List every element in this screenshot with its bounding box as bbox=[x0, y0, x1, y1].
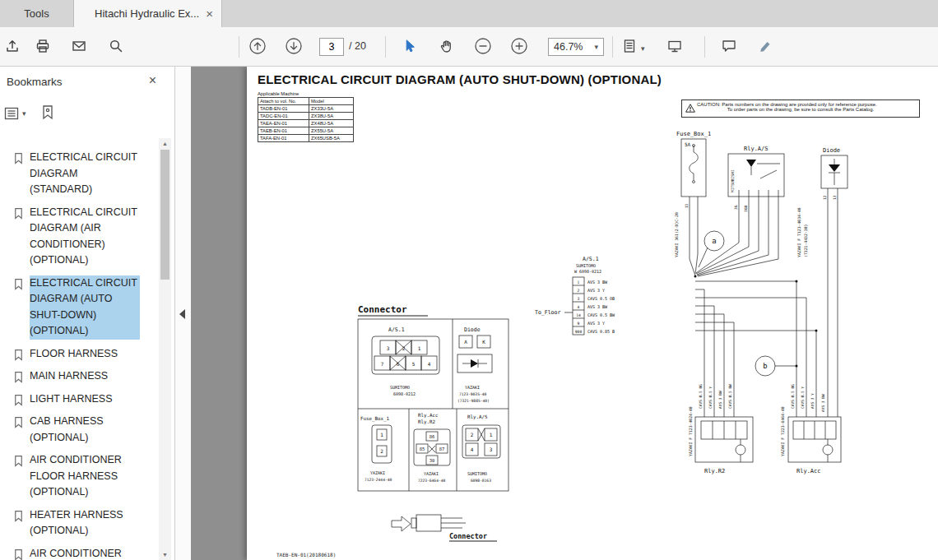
svg-text:2: 2 bbox=[471, 432, 474, 437]
bookmark-icon bbox=[13, 416, 24, 428]
bookmark-icon bbox=[13, 510, 24, 522]
svg-text:CAVS 0.5 Y: CAVS 0.5 Y bbox=[801, 386, 805, 409]
svg-text:To_Floor: To_Floor bbox=[535, 309, 560, 316]
bookmark-icon bbox=[13, 207, 24, 220]
svg-text:30: 30 bbox=[430, 458, 435, 463]
svg-text:SUMITOMO: SUMITOMO bbox=[467, 471, 487, 476]
zoom-out-button[interactable] bbox=[471, 35, 495, 58]
bookmark-icon bbox=[13, 371, 24, 383]
bookmark-options-icon bbox=[3, 105, 20, 122]
bookmark-item[interactable]: CAB HARNESS (OPTIONAL) bbox=[12, 410, 156, 449]
page-up-icon bbox=[248, 37, 267, 55]
svg-text:4: 4 bbox=[471, 447, 474, 452]
zoom-in-button[interactable] bbox=[508, 35, 531, 58]
comment-button[interactable] bbox=[717, 35, 741, 58]
svg-text:CAVS 0.5 BW: CAVS 0.5 BW bbox=[587, 312, 615, 317]
bookmarks-panel-title: Bookmarks bbox=[7, 76, 63, 88]
bookmarks-list: ELECTRICAL CIRCUIT DIAGRAM (STANDARD) EL… bbox=[0, 146, 156, 560]
bookmark-item[interactable]: ELECTRICAL CIRCUIT DIAGRAM (STANDARD) bbox=[12, 146, 156, 201]
bookmark-item[interactable]: MAIN HARNESS bbox=[12, 365, 156, 388]
printer-icon bbox=[35, 38, 51, 54]
svg-text:9: 9 bbox=[578, 322, 580, 326]
highlight-pen-button[interactable] bbox=[754, 35, 777, 58]
bookmark-label: AIR CONDITIONER FLOOR HARNESS (OPTIONAL) bbox=[30, 452, 140, 501]
svg-text:Diode: Diode bbox=[823, 147, 840, 154]
toolbar-separator bbox=[239, 36, 239, 58]
tab-document[interactable]: Hitachi Hydraulic Ex... × bbox=[74, 0, 222, 27]
bookmark-label: AIR CONDITIONER bbox=[30, 546, 140, 560]
chevron-down-icon: ▾ bbox=[22, 109, 26, 118]
svg-text:5: 5 bbox=[412, 361, 416, 367]
select-tool-button[interactable] bbox=[397, 35, 420, 58]
page-fit-button[interactable] bbox=[618, 35, 641, 58]
svg-text:Rly.A/S: Rly.A/S bbox=[467, 414, 488, 420]
bookmark-icon bbox=[13, 349, 24, 361]
svg-text:YAZAKI: YAZAKI bbox=[465, 385, 480, 390]
find-button[interactable] bbox=[104, 35, 128, 58]
bookmark-label: ELECTRICAL CIRCUIT DIAGRAM (STANDARD) bbox=[30, 150, 140, 198]
bookmark-icon bbox=[13, 152, 24, 164]
search-icon bbox=[108, 38, 124, 54]
svg-text:YAZAKI F 7123-4034-40: YAZAKI F 7123-4034-40 bbox=[797, 207, 801, 257]
hand-tool-button[interactable] bbox=[435, 35, 458, 58]
bookmark-item[interactable]: FLOOR HARNESS bbox=[12, 343, 156, 366]
bookmark-label: CAB HARNESS (OPTIONAL) bbox=[30, 414, 140, 446]
email-button[interactable] bbox=[67, 35, 91, 58]
bookmark-item[interactable]: LIGHT HARNESS bbox=[12, 388, 156, 411]
close-icon[interactable]: × bbox=[149, 73, 156, 88]
tab-tools[interactable]: Tools bbox=[0, 0, 74, 27]
bookmark-item[interactable]: HEATER HARNESS (OPTIONAL) bbox=[12, 504, 156, 543]
zoom-level-dropdown[interactable]: 46.7% ▾ bbox=[548, 38, 604, 56]
svg-text:a: a bbox=[712, 237, 716, 245]
svg-text:1: 1 bbox=[380, 432, 383, 437]
svg-text:Diode: Diode bbox=[464, 326, 481, 333]
svg-text:CAVS 0.5 BG: CAVS 0.5 BG bbox=[791, 384, 795, 409]
svg-text:Rly.R2: Rly.R2 bbox=[704, 468, 725, 474]
svg-text:2: 2 bbox=[578, 289, 580, 293]
next-page-button[interactable] bbox=[282, 35, 305, 58]
share-button[interactable] bbox=[1, 35, 24, 58]
page-number-input[interactable] bbox=[319, 38, 344, 56]
scroll-up-icon[interactable]: ▲ bbox=[159, 141, 171, 146]
scrollbar-thumb[interactable] bbox=[160, 150, 169, 280]
svg-text:6: 6 bbox=[397, 361, 400, 367]
svg-text:4: 4 bbox=[578, 305, 580, 309]
svg-text:3: 3 bbox=[387, 345, 390, 351]
reading-mode-button[interactable] bbox=[663, 35, 686, 58]
bookmark-item[interactable]: AIR CONDITIONER FLOOR HARNESS (OPTIONAL) bbox=[12, 449, 156, 504]
document-viewport[interactable]: ELECTRICAL CIRCUIT DIAGRAM (AUTO SHUT-DO… bbox=[191, 67, 938, 560]
svg-text:Rly.A/S: Rly.A/S bbox=[744, 146, 769, 152]
bookmark-label: ELECTRICAL CIRCUIT DIAGRAM (AIR CONDITIO… bbox=[30, 205, 140, 269]
svg-text:6098-0212: 6098-0212 bbox=[393, 391, 416, 396]
bookmark-options-button[interactable]: ▾ bbox=[3, 105, 26, 122]
close-icon[interactable]: × bbox=[206, 0, 213, 27]
svg-text:A: A bbox=[464, 339, 467, 345]
svg-text:7123-9035-40: 7123-9035-40 bbox=[459, 392, 486, 396]
go-to-bookmark-button[interactable] bbox=[39, 104, 56, 122]
svg-text:K: K bbox=[482, 339, 485, 345]
envelope-icon bbox=[71, 38, 87, 54]
scroll-down-icon[interactable]: ▼ bbox=[159, 552, 171, 558]
svg-text:MITSUBISHI: MITSUBISHI bbox=[731, 169, 735, 192]
bookmark-item[interactable]: AIR CONDITIONER bbox=[12, 543, 156, 560]
print-button[interactable] bbox=[31, 35, 54, 58]
svg-text:Rly.R2: Rly.R2 bbox=[418, 419, 435, 425]
svg-text:4: 4 bbox=[428, 361, 431, 367]
circuit-diagram: Fuse_Box_1 5A Rly.A/S MITSUBISHI Diode a… bbox=[247, 67, 938, 560]
collapse-panel-icon[interactable] bbox=[179, 309, 185, 319]
chevron-down-icon[interactable]: ▾ bbox=[641, 44, 645, 53]
svg-text:YAZAKI: YAZAKI bbox=[424, 471, 439, 476]
svg-text:5A: 5A bbox=[685, 141, 691, 147]
svg-text:900: 900 bbox=[575, 330, 583, 334]
drawing-number: TAEB-EN-01(20180618) bbox=[276, 552, 336, 558]
bookmark-item-selected[interactable]: ELECTRICAL CIRCUIT DIAGRAM (AUTO SHUT-DO… bbox=[12, 272, 156, 343]
bookmark-item[interactable]: ELECTRICAL CIRCUIT DIAGRAM (AIR CONDITIO… bbox=[12, 201, 156, 272]
svg-text:AVS 3 BW: AVS 3 BW bbox=[821, 394, 825, 412]
acrobat-window: Tools Hitachi Hydraulic Ex... × bbox=[0, 0, 938, 560]
previous-page-button[interactable] bbox=[246, 35, 269, 58]
svg-text:Rly.Acc: Rly.Acc bbox=[796, 468, 821, 474]
svg-text:SUMITOMO: SUMITOMO bbox=[390, 385, 410, 390]
panel-splitter[interactable] bbox=[175, 67, 191, 560]
svg-text:CAVS 0.5 BG: CAVS 0.5 BG bbox=[699, 384, 703, 409]
sidebar-scrollbar[interactable]: ▲ ▼ bbox=[159, 138, 171, 560]
